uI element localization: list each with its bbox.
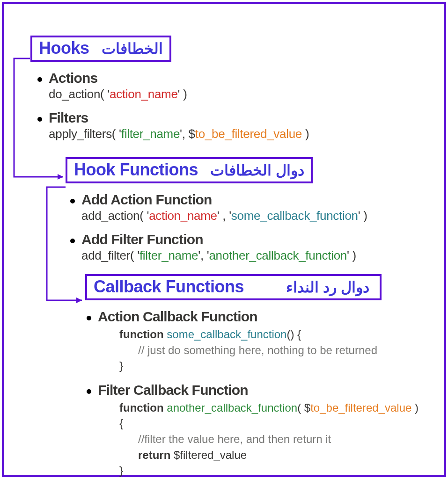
item-actions-code: do_action( 'action_name' ) xyxy=(37,87,425,102)
item-action-callback-code: function some_callback_function() { // j… xyxy=(87,327,425,374)
section-hooks-title-ar: الخطافات xyxy=(102,40,163,58)
item-filters-title: Filters xyxy=(49,110,88,126)
bullet-icon xyxy=(37,117,42,122)
item-add-filter-code: add_filter( 'filter_name', 'another_call… xyxy=(70,248,425,263)
section-callback-functions-title-en: Callback Functions xyxy=(94,277,244,297)
list-item: Filters apply_filters( 'filter_name', $t… xyxy=(37,110,425,141)
bullet-icon xyxy=(70,199,75,203)
bullet-icon xyxy=(87,316,91,320)
bullet-icon xyxy=(87,389,91,394)
item-add-filter-title: Add Filter Function xyxy=(81,232,203,247)
item-filters-code: apply_filters( 'filter_name', $to_be_fil… xyxy=(37,127,425,141)
section-hook-functions-title-en: Hook Functions xyxy=(74,160,198,180)
hook-functions-list: Add Action Function add_action( 'action_… xyxy=(70,192,425,263)
list-item: Actions do_action( 'action_name' ) xyxy=(37,70,425,102)
bullet-icon xyxy=(37,77,42,82)
callback-functions-list: Action Callback Function function some_c… xyxy=(87,309,425,479)
section-hook-functions-header: Hook Functions دوال الخطافات xyxy=(66,157,313,183)
list-item: Action Callback Function function some_c… xyxy=(87,309,425,374)
item-filter-callback-title: Filter Callback Function xyxy=(98,382,248,398)
list-item: Add Filter Function add_filter( 'filter_… xyxy=(70,232,425,263)
item-add-action-code: add_action( 'action_name' , 'some_callba… xyxy=(70,209,425,223)
item-filter-callback-code: function another_callback_function( $to_… xyxy=(87,400,425,479)
list-item: Filter Callback Function function anothe… xyxy=(87,382,425,479)
hooks-list: Actions do_action( 'action_name' ) Filte… xyxy=(37,70,425,141)
item-action-callback-title: Action Callback Function xyxy=(98,309,257,325)
section-callback-functions-header: Callback Functions دوال رد النداء xyxy=(85,274,382,300)
section-callback-functions-title-ar: دوال رد النداء xyxy=(286,278,369,296)
item-add-action-title: Add Action Function xyxy=(81,192,212,208)
bullet-icon xyxy=(70,239,75,243)
list-item: Add Action Function add_action( 'action_… xyxy=(70,192,425,223)
section-hooks-header: Hooks الخطافات xyxy=(30,36,171,62)
item-actions-title: Actions xyxy=(49,70,97,86)
section-hooks-title-en: Hooks xyxy=(39,38,89,58)
section-hook-functions-title-ar: دوال الخطافات xyxy=(210,161,304,179)
